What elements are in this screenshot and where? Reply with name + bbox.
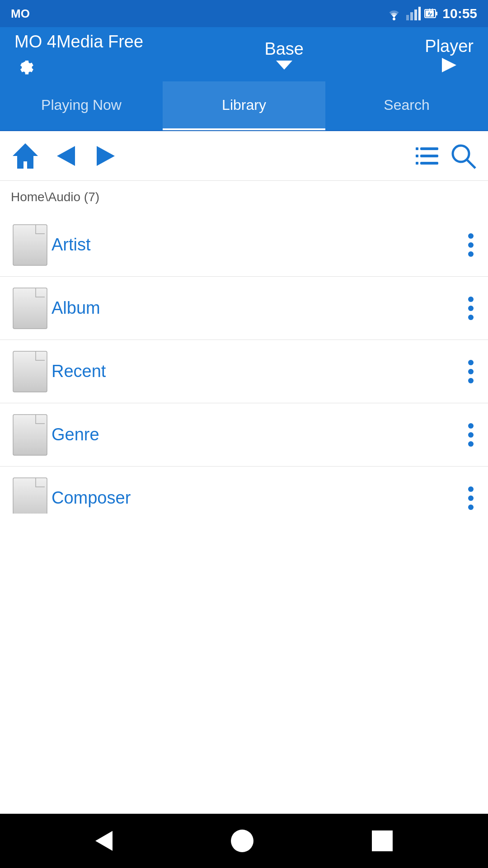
app-title: MO 4Media Free bbox=[14, 32, 143, 52]
svg-point-21 bbox=[453, 146, 469, 162]
home-icon[interactable] bbox=[11, 142, 40, 170]
list-item-album[interactable]: Album bbox=[0, 277, 488, 340]
item-more-composer[interactable] bbox=[465, 483, 477, 514]
svg-marker-14 bbox=[97, 146, 115, 166]
svg-marker-10 bbox=[276, 61, 292, 70]
dot bbox=[468, 378, 474, 383]
nav-right bbox=[414, 142, 477, 170]
svg-rect-4 bbox=[418, 7, 421, 20]
app-bar: MO 4Media Free Base Player bbox=[0, 27, 488, 81]
forward-icon[interactable] bbox=[92, 142, 119, 170]
base-label: Base bbox=[264, 39, 304, 59]
list-item-genre[interactable]: Genre bbox=[0, 403, 488, 467]
status-icons bbox=[385, 7, 438, 20]
library-list: Artist Album bbox=[0, 213, 488, 514]
svg-rect-19 bbox=[420, 162, 438, 165]
item-icon-artist bbox=[11, 222, 52, 268]
item-more-genre[interactable] bbox=[465, 420, 477, 450]
dot bbox=[468, 360, 474, 365]
svg-marker-12 bbox=[13, 143, 38, 169]
item-more-artist[interactable] bbox=[465, 230, 477, 260]
dropdown-arrow-icon bbox=[276, 61, 292, 70]
settings-icon[interactable] bbox=[14, 54, 37, 77]
svg-rect-20 bbox=[416, 162, 418, 165]
svg-rect-23 bbox=[13, 225, 47, 265]
nav-left bbox=[11, 142, 119, 170]
breadcrumb: Home\Audio (7) bbox=[0, 181, 488, 213]
svg-rect-17 bbox=[420, 155, 438, 157]
dot bbox=[468, 369, 474, 374]
svg-rect-2 bbox=[410, 12, 413, 20]
svg-rect-24 bbox=[13, 288, 47, 329]
tab-bar: Playing Now Library Search bbox=[0, 81, 488, 131]
svg-rect-15 bbox=[420, 147, 438, 150]
svg-rect-1 bbox=[406, 15, 409, 20]
dot bbox=[468, 242, 474, 248]
tab-playing-now[interactable]: Playing Now bbox=[0, 81, 163, 130]
item-icon-composer bbox=[11, 476, 52, 514]
dot bbox=[468, 297, 474, 302]
item-icon-genre bbox=[11, 412, 52, 458]
svg-rect-16 bbox=[416, 147, 418, 150]
item-label-album: Album bbox=[52, 298, 465, 318]
item-label-recent: Recent bbox=[52, 362, 465, 381]
dot bbox=[468, 315, 474, 320]
item-icon-album bbox=[11, 286, 52, 331]
status-time: 10:55 bbox=[442, 6, 477, 21]
nav-recent-button[interactable] bbox=[372, 830, 393, 851]
dot bbox=[468, 441, 474, 447]
svg-marker-11 bbox=[442, 58, 456, 72]
search-icon[interactable] bbox=[449, 142, 477, 170]
status-app-name: MO bbox=[11, 7, 30, 21]
svg-rect-6 bbox=[436, 12, 437, 15]
status-right: 10:55 bbox=[385, 6, 477, 21]
dot bbox=[468, 306, 474, 311]
list-item-recent[interactable]: Recent bbox=[0, 340, 488, 403]
dot bbox=[468, 495, 474, 501]
recent-square-icon bbox=[372, 830, 393, 851]
nav-home-button[interactable] bbox=[231, 830, 253, 852]
svg-rect-27 bbox=[13, 478, 47, 514]
back-triangle-icon bbox=[95, 831, 113, 851]
item-icon-recent bbox=[11, 349, 52, 394]
dot bbox=[468, 423, 474, 429]
svg-line-22 bbox=[467, 160, 475, 168]
svg-rect-7 bbox=[426, 10, 434, 17]
signal-icon bbox=[406, 7, 421, 20]
back-icon[interactable] bbox=[52, 142, 80, 170]
battery-icon bbox=[424, 7, 438, 20]
item-more-recent[interactable] bbox=[465, 356, 477, 387]
list-view-icon[interactable] bbox=[414, 143, 440, 169]
item-label-genre: Genre bbox=[52, 425, 465, 444]
app-bar-right[interactable]: Player bbox=[425, 37, 474, 72]
spacer bbox=[0, 514, 488, 814]
svg-marker-13 bbox=[57, 146, 75, 166]
item-more-album[interactable] bbox=[465, 293, 477, 324]
home-circle-icon bbox=[231, 830, 253, 852]
svg-rect-3 bbox=[414, 9, 417, 20]
dot bbox=[468, 486, 474, 492]
svg-rect-25 bbox=[13, 351, 47, 392]
dot bbox=[468, 505, 474, 510]
play-icon bbox=[442, 58, 456, 72]
svg-point-0 bbox=[393, 18, 395, 20]
dot bbox=[468, 233, 474, 239]
svg-rect-18 bbox=[416, 155, 418, 157]
svg-rect-26 bbox=[13, 415, 47, 455]
dot bbox=[468, 432, 474, 438]
tab-library[interactable]: Library bbox=[163, 81, 325, 130]
bottom-nav-bar bbox=[0, 814, 488, 868]
nav-back-button[interactable] bbox=[95, 831, 113, 851]
list-item-artist[interactable]: Artist bbox=[0, 213, 488, 277]
tab-search[interactable]: Search bbox=[325, 81, 488, 130]
item-label-composer: Composer bbox=[52, 488, 465, 508]
status-bar: MO bbox=[0, 0, 488, 27]
nav-row bbox=[0, 131, 488, 181]
dot bbox=[468, 251, 474, 257]
player-label: Player bbox=[425, 37, 474, 56]
list-item-composer[interactable]: Composer bbox=[0, 467, 488, 514]
wifi-icon bbox=[385, 7, 403, 20]
app-bar-center[interactable]: Base bbox=[264, 39, 304, 70]
item-label-artist: Artist bbox=[52, 235, 465, 255]
